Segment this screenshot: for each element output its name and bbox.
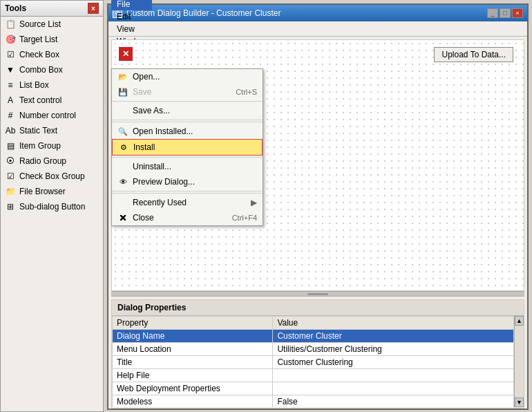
list-box-icon: ≡ <box>5 79 16 91</box>
maximize-button[interactable]: □ <box>500 8 511 18</box>
check-box-group-label: Check Box Group <box>19 171 85 181</box>
list-box-label: List Box <box>19 80 49 90</box>
target-list-icon: 🎯 <box>5 34 16 45</box>
tools-panel: Tools × 📋 Source List 🎯 Target List ☑ Ch… <box>0 0 104 412</box>
dropdown-overlay: 📂Open...💾SaveCtrl+SSave As...🔍Open Insta… <box>108 68 527 409</box>
file-browser-icon: 📁 <box>5 186 16 197</box>
tool-radio-group[interactable]: ⦿ Radio Group <box>1 153 103 169</box>
open-installed-menu-label: Open Installed... <box>133 127 257 136</box>
text-control-icon: A <box>5 95 16 106</box>
tool-combo-box[interactable]: ▼ Combo Box <box>1 62 103 77</box>
static-text-icon: Ab <box>5 125 16 136</box>
file-menu-preview-dialog[interactable]: 👁Preview Dialog... <box>112 174 263 189</box>
main-title-bar: ⚙ Custom Dialog Builder - Customer Clust… <box>108 5 527 21</box>
close-shortcut: Ctrl+F4 <box>232 214 257 222</box>
menu-separator <box>112 122 263 122</box>
file-menu-install[interactable]: ⚙Install <box>112 139 263 156</box>
tool-text-control[interactable]: A Text control <box>1 93 103 108</box>
menu-bar: FileEditViewWindowHelp <box>108 21 527 37</box>
tools-title-bar: Tools × <box>1 1 103 17</box>
recently-used-menu-icon <box>117 197 129 208</box>
tool-source-list[interactable]: 📋 Source List <box>1 17 103 32</box>
check-box-group-icon: ☑ <box>5 171 16 182</box>
file-browser-label: File Browser <box>19 187 66 196</box>
close-menu-icon: 🗙 <box>117 212 129 223</box>
file-menu-save: 💾SaveCtrl+S <box>112 84 263 100</box>
tool-sub-dialog-button[interactable]: ⊞ Sub-dialog Button <box>1 199 103 214</box>
recently-used-submenu-arrow: ▶ <box>251 198 257 207</box>
menu-separator <box>112 193 263 194</box>
source-list-icon: 📋 <box>5 19 16 30</box>
minimize-button[interactable]: _ <box>487 8 498 18</box>
file-menu-close[interactable]: 🗙CloseCtrl+F4 <box>112 210 263 225</box>
menu-file[interactable]: File <box>111 0 152 10</box>
tool-check-box[interactable]: ☑ Check Box <box>1 47 103 62</box>
static-text-label: Static Text <box>19 126 57 135</box>
open-menu-icon: 📂 <box>117 71 129 82</box>
recently-used-menu-label: Recently Used <box>133 198 247 207</box>
file-menu-uninstall[interactable]: Uninstall... <box>112 159 263 174</box>
tool-check-box-group[interactable]: ☑ Check Box Group <box>1 169 103 184</box>
save-as-menu-icon <box>117 105 129 116</box>
tool-target-list[interactable]: 🎯 Target List <box>1 32 103 47</box>
number-control-icon: # <box>5 110 16 121</box>
tool-item-group[interactable]: ▤ Item Group <box>1 138 103 153</box>
window-controls: _ □ × <box>487 8 523 18</box>
install-menu-icon: ⚙ <box>118 142 129 153</box>
tool-number-control[interactable]: # Number control <box>1 108 103 123</box>
tools-close-button[interactable]: × <box>88 3 99 14</box>
close-button[interactable]: × <box>512 8 523 18</box>
uninstall-menu-label: Uninstall... <box>133 162 257 171</box>
install-menu-label: Install <box>133 142 256 152</box>
tool-static-text[interactable]: Ab Static Text <box>1 123 103 138</box>
file-menu-save-as[interactable]: Save As... <box>112 103 263 118</box>
error-icon: ✕ <box>119 47 133 61</box>
file-menu-open-installed[interactable]: 🔍Open Installed... <box>112 124 263 139</box>
radio-group-icon: ⦿ <box>5 156 16 167</box>
file-menu-open[interactable]: 📂Open... <box>112 69 263 84</box>
preview-dialog-menu-icon: 👁 <box>117 176 129 187</box>
check-box-label: Check Box <box>19 50 59 59</box>
menu-separator <box>112 120 263 120</box>
tool-list-box[interactable]: ≡ List Box <box>1 77 103 93</box>
uninstall-menu-icon <box>117 161 129 172</box>
main-window: ⚙ Custom Dialog Builder - Customer Clust… <box>107 3 529 410</box>
number-control-label: Number control <box>19 111 76 120</box>
menu-separator <box>112 157 263 158</box>
target-list-label: Target List <box>19 35 57 44</box>
radio-group-label: Radio Group <box>19 156 66 166</box>
item-group-label: Item Group <box>19 141 61 151</box>
file-dropdown-menu: 📂Open...💾SaveCtrl+SSave As...🔍Open Insta… <box>111 68 263 226</box>
source-list-label: Source List <box>19 19 61 29</box>
save-menu-icon: 💾 <box>117 86 129 97</box>
tools-title: Tools <box>5 3 26 13</box>
menu-edit[interactable]: Edit <box>111 10 152 23</box>
text-control-label: Text control <box>19 95 61 105</box>
save-shortcut: Ctrl+S <box>236 88 257 96</box>
file-menu-recently-used[interactable]: Recently Used▶ <box>112 195 263 210</box>
combo-box-icon: ▼ <box>5 64 16 75</box>
tool-file-browser[interactable]: 📁 File Browser <box>1 184 103 199</box>
open-installed-menu-icon: 🔍 <box>117 126 129 137</box>
item-group-icon: ▤ <box>5 140 16 151</box>
sub-dialog-button-icon: ⊞ <box>5 201 16 212</box>
tools-list: 📋 Source List 🎯 Target List ☑ Check Box … <box>1 17 103 214</box>
check-box-icon: ☑ <box>5 49 16 60</box>
sub-dialog-button-label: Sub-dialog Button <box>19 202 85 212</box>
open-menu-label: Open... <box>133 72 257 82</box>
menu-view[interactable]: View <box>111 23 152 35</box>
preview-dialog-menu-label: Preview Dialog... <box>133 177 257 187</box>
combo-box-label: Combo Box <box>19 65 63 75</box>
upload-to-data-button[interactable]: Upload To Data... <box>434 47 513 62</box>
save-menu-label: Save <box>133 87 231 97</box>
close-menu-label: Close <box>133 213 228 223</box>
menu-separator <box>112 101 263 102</box>
menu-separator <box>112 191 263 191</box>
save-as-menu-label: Save As... <box>133 106 257 115</box>
